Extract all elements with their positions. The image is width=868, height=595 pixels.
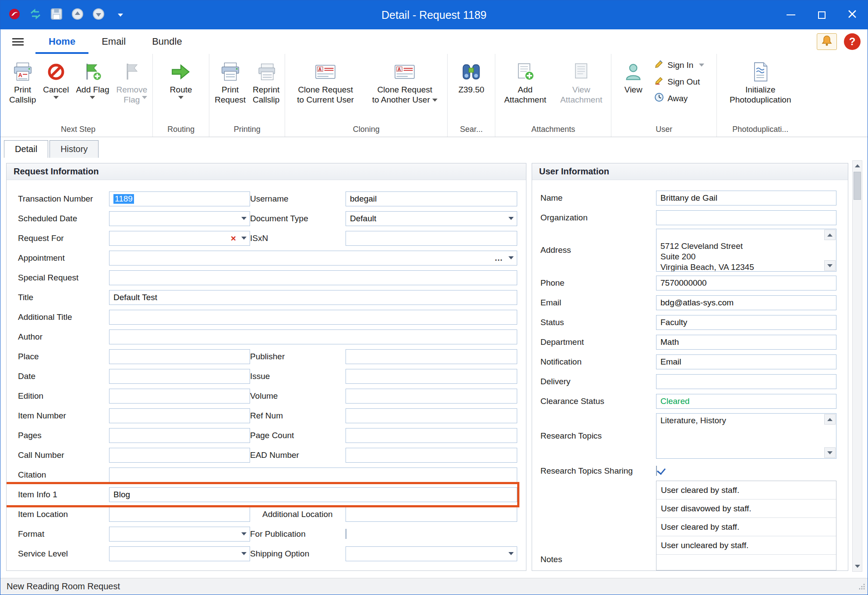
tab-home[interactable]: Home	[35, 29, 88, 54]
item-location-label: Item Location	[18, 510, 109, 519]
scrollbar-thumb[interactable]	[854, 172, 861, 200]
scroll-up-button[interactable]	[824, 414, 836, 425]
save-button[interactable]	[49, 7, 64, 23]
document-type-combo[interactable]: Default	[346, 211, 517, 226]
notification-field[interactable]: Email	[656, 354, 836, 369]
isxn-field[interactable]	[346, 231, 517, 246]
issue-label: Issue	[250, 372, 346, 381]
service-level-combo[interactable]	[109, 546, 250, 561]
reprint-callslip-icon	[255, 59, 277, 85]
pages-field[interactable]	[109, 428, 250, 443]
page-count-field[interactable]	[346, 428, 517, 443]
button-label: Initialize Photoduplication	[730, 85, 791, 105]
name-field[interactable]: Brittany de Gail	[656, 191, 836, 205]
research-topics-field[interactable]: Literature, History	[656, 413, 836, 459]
remove-flag-button[interactable]: Remove Flag	[113, 56, 151, 100]
scroll-down-button[interactable]	[824, 447, 836, 458]
scrollbar-up-button[interactable]	[853, 161, 862, 171]
scroll-down-button[interactable]	[824, 260, 836, 271]
publisher-field[interactable]	[346, 349, 517, 364]
tab-email[interactable]: Email	[88, 29, 139, 54]
department-field[interactable]: Math	[656, 335, 836, 350]
minimize-icon	[787, 14, 795, 15]
status-field[interactable]: Faculty	[656, 315, 836, 330]
initialize-photoduplication-button[interactable]: Initialize Photoduplication	[719, 56, 802, 106]
note-list-item[interactable]: User disavowed by staff.	[656, 499, 836, 518]
scrollbar-down-button[interactable]	[853, 561, 862, 571]
z3950-button[interactable]: Z39.50	[449, 56, 493, 96]
sign-in-button[interactable]: Sign In	[654, 59, 711, 71]
scroll-up-button[interactable]	[824, 230, 836, 240]
reprint-callslip-button[interactable]: Reprint Callslip	[249, 56, 283, 106]
item-location-field[interactable]	[109, 507, 250, 522]
note-list-item[interactable]: User cleared by staff.	[656, 518, 836, 536]
tab-history[interactable]: History	[49, 140, 99, 158]
place-field[interactable]	[109, 349, 250, 364]
ellipsis-icon[interactable]: …	[494, 253, 503, 263]
app-logo-button[interactable]	[7, 7, 22, 23]
notes-list[interactable]: User cleared by staff. User disavowed by…	[656, 481, 836, 570]
clone-request-another-user-button[interactable]: A Clone Request to Another User	[364, 56, 445, 106]
call-number-field[interactable]	[109, 448, 250, 463]
for-publication-checkbox[interactable]	[346, 529, 346, 539]
organization-field[interactable]	[656, 210, 836, 225]
minimize-button[interactable]	[776, 0, 806, 29]
title-field[interactable]: Default Test	[109, 290, 517, 305]
tab-detail[interactable]: Detail	[4, 140, 48, 158]
username-field[interactable]: bdegail	[346, 191, 517, 206]
delivery-field[interactable]	[656, 374, 836, 389]
qat-customize-button[interactable]	[112, 7, 127, 23]
issue-field[interactable]	[346, 369, 517, 384]
appointment-field[interactable]: …	[109, 251, 517, 266]
tab-bundle[interactable]: Bundle	[139, 29, 195, 54]
additional-title-field[interactable]	[109, 310, 517, 325]
request-for-combo[interactable]: ×	[109, 231, 250, 246]
additional-location-field[interactable]	[346, 507, 517, 522]
clearance-status-field[interactable]: Cleared	[656, 394, 836, 409]
dropdown-arrow-icon	[508, 552, 514, 555]
clear-x-icon[interactable]: ×	[231, 234, 236, 243]
citation-field[interactable]	[109, 468, 517, 482]
shipping-option-combo[interactable]	[346, 546, 517, 561]
route-button[interactable]: Route	[155, 56, 207, 100]
ead-number-field[interactable]	[346, 448, 517, 463]
resize-grip[interactable]	[858, 582, 865, 592]
date-field[interactable]	[109, 369, 250, 384]
view-attachment-button[interactable]: View Attachment	[553, 56, 609, 106]
item-info-1-field[interactable]: Blog	[109, 487, 517, 502]
clone-request-current-user-button[interactable]: A Clone Request to Current User	[287, 56, 364, 106]
close-button[interactable]	[837, 0, 868, 29]
author-field[interactable]	[109, 329, 517, 344]
maximize-button[interactable]	[806, 0, 837, 29]
previous-request-button[interactable]	[70, 7, 85, 23]
help-button[interactable]: ?	[844, 33, 861, 50]
edition-field[interactable]	[109, 389, 250, 404]
sign-out-button[interactable]: Sign Out	[654, 76, 711, 88]
main-menu-button[interactable]	[0, 29, 35, 54]
item-number-field[interactable]	[109, 408, 250, 423]
add-attachment-button[interactable]: Add Attachment	[497, 56, 553, 106]
research-topics-sharing-checkbox[interactable]	[656, 466, 657, 476]
note-list-item[interactable]: User uncleared by staff.	[656, 536, 836, 555]
refresh-button[interactable]	[28, 7, 43, 23]
away-button[interactable]: Away	[654, 92, 711, 104]
special-request-field[interactable]	[109, 270, 517, 285]
format-combo[interactable]	[109, 527, 250, 542]
next-request-button[interactable]	[91, 7, 106, 23]
phone-field[interactable]: 7570000000	[656, 276, 836, 290]
ref-num-field[interactable]	[346, 408, 517, 423]
scheduled-date-combo[interactable]	[109, 211, 250, 226]
volume-field[interactable]	[346, 389, 517, 404]
request-information-panel: Request Information Transaction Number 1…	[6, 163, 526, 571]
note-list-item[interactable]: User cleared by staff.	[656, 481, 836, 499]
email-field[interactable]: bdg@atlas-sys.com	[656, 295, 836, 310]
view-user-button[interactable]: View	[613, 56, 653, 96]
print-callslip-button[interactable]: A Print Callslip	[6, 56, 39, 106]
cancel-button[interactable]: Cancel	[39, 56, 72, 100]
transaction-number-field[interactable]: 1189	[109, 191, 250, 206]
alerts-button[interactable]	[817, 33, 837, 50]
add-flag-button[interactable]: Add Flag	[72, 56, 113, 100]
vertical-scrollbar[interactable]	[852, 160, 862, 572]
print-request-button[interactable]: Print Request	[211, 56, 249, 106]
address-field[interactable]: 5712 Cleveland Street Suite 200 Virginia…	[656, 229, 836, 272]
